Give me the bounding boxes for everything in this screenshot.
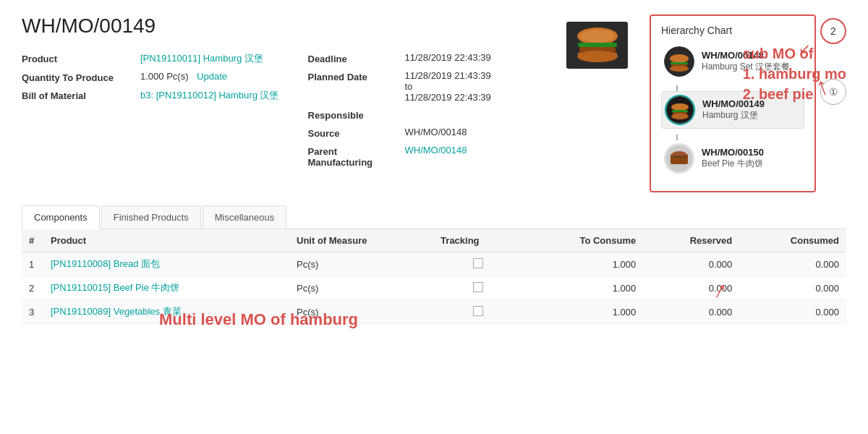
row1-checkbox[interactable] <box>473 258 483 268</box>
hierarchy-img-1 <box>664 46 694 77</box>
row2-product-link[interactable]: [PN19110015] Beef Pie 牛肉饼 <box>51 282 180 293</box>
tab-components[interactable]: Components <box>22 205 100 229</box>
planned-date-label: Planned Date <box>308 70 402 103</box>
product-label: Product <box>22 52 137 65</box>
responsible-value <box>405 109 525 121</box>
col-num: # <box>22 229 43 252</box>
row3-consumed: 0.000 <box>739 300 846 324</box>
tabs: Components Finished Products Miscellaneo… <box>22 205 846 229</box>
col-product: Product <box>43 229 289 252</box>
row2-tracking <box>433 276 523 300</box>
row3-product-link[interactable]: [PN19110089] Vegetables 青菜 <box>51 306 182 317</box>
row1-product-link[interactable]: [PN19110008] Bread 面包 <box>51 258 160 269</box>
planned-date-value: 11/28/2019 21:43:39 to 11/28/2019 22:43:… <box>405 70 525 103</box>
row3-to-consume: 1.000 <box>524 300 644 324</box>
svg-rect-8 <box>671 62 688 64</box>
hierarchy-chart: Hierarchy Chart WH/MO/00148 <box>650 14 816 192</box>
row2-consumed: 0.000 <box>739 276 846 300</box>
svg-point-15 <box>671 114 689 119</box>
row1-product: [PN19110008] Bread 面包 <box>43 252 289 276</box>
row1-uom: Pc(s) <box>289 252 433 276</box>
svg-rect-19 <box>672 156 686 158</box>
table-row: 1 [PN19110008] Bread 面包 Pc(s) 1.000 0.00… <box>22 252 846 276</box>
table-row: 3 [PN19110089] Vegetables 青菜 Pc(s) 1.000… <box>22 300 846 324</box>
row3-uom: Pc(s) <box>289 300 433 324</box>
table-container: # Product Unit of Measure Tracking To Co… <box>22 229 846 324</box>
tab-finished-products[interactable]: Finished Products <box>101 205 201 229</box>
row2-uom: Pc(s) <box>289 276 433 300</box>
hierarchy-text-1: WH/MO/00148 Hamburg Set 汉堡套餐 <box>702 50 790 73</box>
hierarchy-connector-2 <box>676 135 678 140</box>
source-label: Source <box>308 127 402 139</box>
row2-num: 2 <box>22 276 43 300</box>
bom-label: Bill of Material <box>22 89 137 102</box>
hierarchy-text-3: WH/MO/00150 Beef Pie 牛肉饼 <box>702 147 764 170</box>
bom-link[interactable]: b3: [PN19110012] Hamburg 汉堡 <box>140 90 279 101</box>
row3-num: 3 <box>22 300 43 324</box>
svg-point-5 <box>577 51 618 62</box>
product-value: [PN19110011] Hamburg 汉堡 <box>140 52 279 65</box>
tabs-container: Components Finished Products Miscellaneo… <box>22 205 846 229</box>
deadline-value: 11/28/2019 22:43:39 <box>405 52 525 64</box>
col-reserved: Reserved <box>643 229 739 252</box>
page-title: WH/MO/00149 <box>22 14 552 38</box>
parent-mfg-link[interactable]: WH/MO/00148 <box>405 145 467 156</box>
row1-num: 1 <box>22 252 43 276</box>
hierarchy-connector-1 <box>676 85 678 91</box>
badge-1[interactable]: ① <box>820 79 846 105</box>
bom-value: b3: [PN19110012] Hamburg 汉堡 <box>140 89 279 102</box>
col-consumed: Consumed <box>739 229 846 252</box>
row3-tracking <box>433 300 523 324</box>
svg-point-12 <box>671 103 689 111</box>
row1-tracking <box>433 252 523 276</box>
source-value: WH/MO/00148 <box>405 127 525 139</box>
responsible-label: Responsible <box>308 109 402 121</box>
svg-rect-13 <box>672 110 688 112</box>
hierarchy-item-2[interactable]: WH/MO/00149 Hamburg 汉堡 <box>661 91 804 129</box>
row1-consumed: 0.000 <box>739 252 846 276</box>
hierarchy-text-2: WH/MO/00149 Hamburg 汉堡 <box>702 98 765 122</box>
qty-label: Quantity To Produce <box>22 71 137 83</box>
row1-to-consume: 1.000 <box>524 252 644 276</box>
col-tracking: Tracking <box>433 229 523 252</box>
product-link[interactable]: [PN19110011] Hamburg 汉堡 <box>140 53 263 64</box>
parent-mfg-value: WH/MO/00148 <box>405 145 525 168</box>
row3-checkbox[interactable] <box>473 306 483 316</box>
table-row: 2 [PN19110015] Beef Pie 牛肉饼 Pc(s) 1.000 … <box>22 276 846 300</box>
hierarchy-item-1[interactable]: WH/MO/00148 Hamburg Set 汉堡套餐 <box>661 43 804 80</box>
row1-reserved: 0.000 <box>643 252 739 276</box>
row2-reserved: 0.000 <box>643 276 739 300</box>
svg-point-10 <box>670 66 689 72</box>
row3-product: [PN19110089] Vegetables 青菜 <box>43 300 289 324</box>
row2-checkbox[interactable] <box>473 282 483 292</box>
hierarchy-img-2 <box>665 95 695 125</box>
parent-mfg-label: Parent Manufacturing <box>308 145 402 168</box>
hierarchy-img-3 <box>664 143 694 174</box>
row2-product: [PN19110015] Beef Pie 牛肉饼 <box>43 276 289 300</box>
row3-reserved: 0.000 <box>643 300 739 324</box>
col-uom: Unit of Measure <box>289 229 433 252</box>
svg-point-1 <box>580 30 615 43</box>
product-image <box>566 22 628 69</box>
svg-rect-2 <box>578 43 617 47</box>
col-to-consume: To Consume <box>524 229 644 252</box>
row2-to-consume: 1.000 <box>524 276 644 300</box>
tab-miscellaneous[interactable]: Miscellaneous <box>203 205 286 229</box>
qty-value: 1.000 Pc(s) Update <box>140 71 279 83</box>
components-table: # Product Unit of Measure Tracking To Co… <box>22 229 846 324</box>
badge-2[interactable]: 2 <box>820 18 846 44</box>
deadline-label: Deadline <box>308 52 402 64</box>
hierarchy-item-3[interactable]: WH/MO/00150 Beef Pie 牛肉饼 <box>661 140 804 176</box>
svg-point-7 <box>670 54 689 63</box>
hierarchy-title: Hierarchy Chart <box>661 25 804 36</box>
update-link[interactable]: Update <box>197 71 227 82</box>
